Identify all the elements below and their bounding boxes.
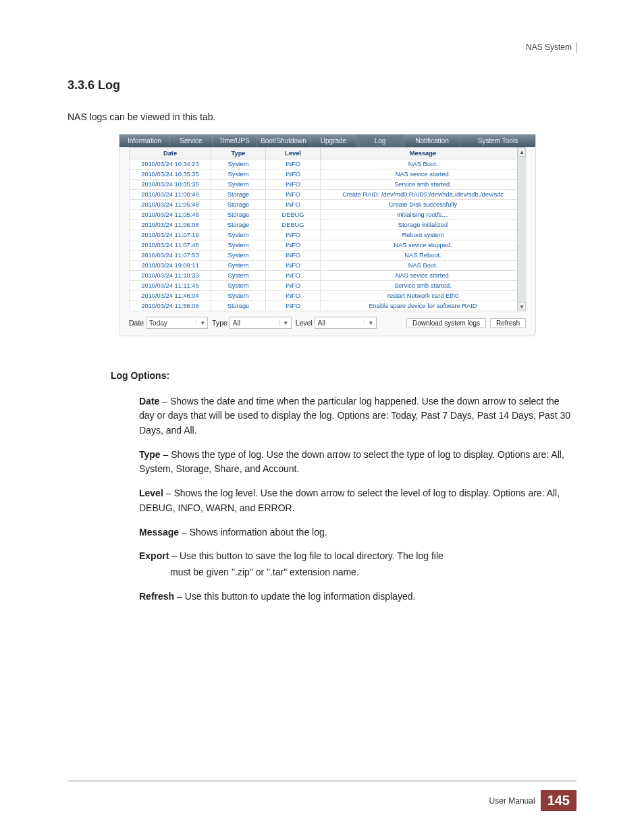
cell-level: INFO (266, 240, 321, 251)
cell-type: System (211, 281, 266, 291)
cell-type: System (211, 251, 266, 261)
cell-date: 2010/03/24 10:35:35 (130, 170, 211, 180)
page-footer: User Manual 145 (489, 790, 576, 811)
cell-message: restart Network card Eth0 (321, 291, 526, 301)
table-row: 2010/03/24 11:05:48StorageDEBUGinitialis… (130, 210, 526, 220)
col-type[interactable]: Type (211, 148, 266, 159)
cell-level: INFO (266, 301, 321, 311)
cell-type: System (211, 170, 266, 180)
cell-type: System (211, 230, 266, 240)
scroll-track[interactable] (518, 157, 526, 302)
table-row: 2010/03/24 11:10:33SystemINFONAS sevice … (130, 271, 526, 281)
table-row: 2010/03/24 11:07:19SystemINFOReboot syst… (130, 230, 526, 240)
option-type: Type – Shows the type of log. Use the do… (139, 448, 576, 477)
cell-level: INFO (266, 159, 321, 170)
cell-date: 2010/03/24 11:06:08 (130, 220, 211, 230)
cell-type: System (211, 291, 266, 301)
cell-date: 2010/03/24 11:07:48 (130, 240, 211, 251)
chevron-down-icon: ▾ (279, 319, 290, 326)
table-row: 2010/03/24 11:07:48SystemINFONAS sevice … (130, 240, 526, 251)
page-header: NAS System (526, 42, 576, 53)
cell-message: NAS Boot. (321, 159, 526, 170)
cell-message: Enable spare device for software RAID (321, 301, 526, 311)
cell-type: Storage (211, 220, 266, 230)
cell-level: INFO (266, 251, 321, 261)
log-table: Date Type Level Message 2010/03/24 10:34… (129, 147, 526, 311)
cell-message: NAS Boot. (321, 261, 526, 271)
cell-level: DEBUG (266, 210, 321, 220)
cell-message: Create Disk successfully (321, 200, 526, 210)
log-options: Log Options: Date – Shows the date and t… (111, 369, 576, 604)
cell-date: 2010/03/24 11:05:48 (130, 200, 211, 210)
tab-time-ups[interactable]: Time/UPS (213, 134, 257, 147)
cell-message: Reboot system (321, 230, 526, 240)
tab-system-tools[interactable]: System Tools (460, 134, 535, 147)
scroll-up-icon[interactable]: ▲ (518, 147, 526, 157)
options-heading: Log Options: (111, 369, 576, 384)
cell-type: System (211, 180, 266, 190)
footer-manual: User Manual (489, 796, 535, 806)
option-date: Date – Shows the date and time when the … (139, 394, 576, 438)
table-row: 2010/03/24 11:11:45SystemINFOService smb… (130, 281, 526, 291)
cell-message: Service smb started. (321, 281, 526, 291)
tab-service[interactable]: Service (170, 134, 213, 147)
filter-type-label: Type (212, 319, 227, 327)
cell-message: NAS sevice stopped. (321, 240, 526, 251)
filter-level-label: Level (296, 319, 313, 327)
tab-log[interactable]: Log (356, 134, 404, 147)
col-date[interactable]: Date (130, 148, 211, 159)
tab-information[interactable]: Information (119, 134, 170, 147)
tab-notification[interactable]: Notification (404, 134, 460, 147)
table-row: 2010/03/24 10:34:23SystemINFONAS Boot. (130, 159, 526, 170)
table-row: 2010/03/24 10:35:35SystemINFONAS sevice … (130, 170, 526, 180)
cell-date: 2010/03/24 10:35:35 (130, 180, 211, 190)
cell-level: INFO (266, 230, 321, 240)
cell-type: System (211, 261, 266, 271)
filter-date-value: Today (149, 319, 167, 327)
filter-level-select[interactable]: All ▾ (315, 317, 377, 329)
cell-level: INFO (266, 271, 321, 281)
cell-type: System (211, 159, 266, 170)
cell-message: Storage initialized (321, 220, 526, 230)
log-screenshot: Information Service Time/UPS Boot/Shutdo… (119, 134, 536, 336)
cell-date: 2010/03/24 19:09:11 (130, 261, 211, 271)
download-logs-button[interactable]: Download system logs (406, 318, 486, 328)
cell-date: 2010/03/24 11:56:06 (130, 301, 211, 311)
scroll-down-icon[interactable]: ▼ (518, 302, 526, 311)
table-row: 2010/03/24 11:06:08StorageDEBUGStorage i… (130, 220, 526, 230)
filter-bar: Date Today ▾ Type All ▾ Level All ▾ (119, 314, 535, 336)
cell-date: 2010/03/24 11:05:48 (130, 210, 211, 220)
filter-type-select[interactable]: All ▾ (230, 317, 292, 329)
cell-level: DEBUG (266, 220, 321, 230)
log-scrollbar[interactable]: ▲ ▼ (517, 147, 526, 311)
doc-name: NAS System (526, 43, 572, 52)
chevron-down-icon: ▾ (196, 319, 206, 326)
tab-upgrade[interactable]: Upgrade (311, 134, 356, 147)
filter-type-value: All (233, 319, 240, 327)
option-message: Message – Shows information about the lo… (139, 525, 576, 540)
footer-rule (68, 781, 576, 781)
option-level: Level – Shows the log level. Use the dow… (139, 486, 576, 515)
cell-message: NAS sevice started. (321, 271, 526, 281)
cell-level: INFO (266, 291, 321, 301)
tab-boot-shutdown[interactable]: Boot/Shutdown (257, 134, 311, 147)
refresh-button[interactable]: Refresh (490, 318, 526, 328)
cell-date: 2010/03/24 11:07:53 (130, 251, 211, 261)
cell-message: Service smb started. (321, 180, 526, 190)
cell-type: Storage (211, 200, 266, 210)
cell-date: 2010/03/24 11:00:49 (130, 190, 211, 200)
table-row: 2010/03/24 19:09:11SystemINFONAS Boot. (130, 261, 526, 271)
cell-date: 2010/03/24 10:34:23 (130, 159, 211, 170)
cell-message: NAS sevice started. (321, 170, 526, 180)
cell-level: INFO (266, 261, 321, 271)
cell-date: 2010/03/24 11:07:19 (130, 230, 211, 240)
tab-bar: Information Service Time/UPS Boot/Shutdo… (119, 134, 535, 147)
cell-level: INFO (266, 190, 321, 200)
col-level[interactable]: Level (266, 148, 321, 159)
cell-level: INFO (266, 281, 321, 291)
filter-date-select[interactable]: Today ▾ (146, 317, 208, 329)
section-title: 3.3.6 Log (68, 78, 576, 93)
col-message[interactable]: Message (321, 148, 526, 159)
table-row: 2010/03/24 11:46:04SystemINFOrestart Net… (130, 291, 526, 301)
table-row: 2010/03/24 11:07:53SystemINFONAS Reboot. (130, 251, 526, 261)
